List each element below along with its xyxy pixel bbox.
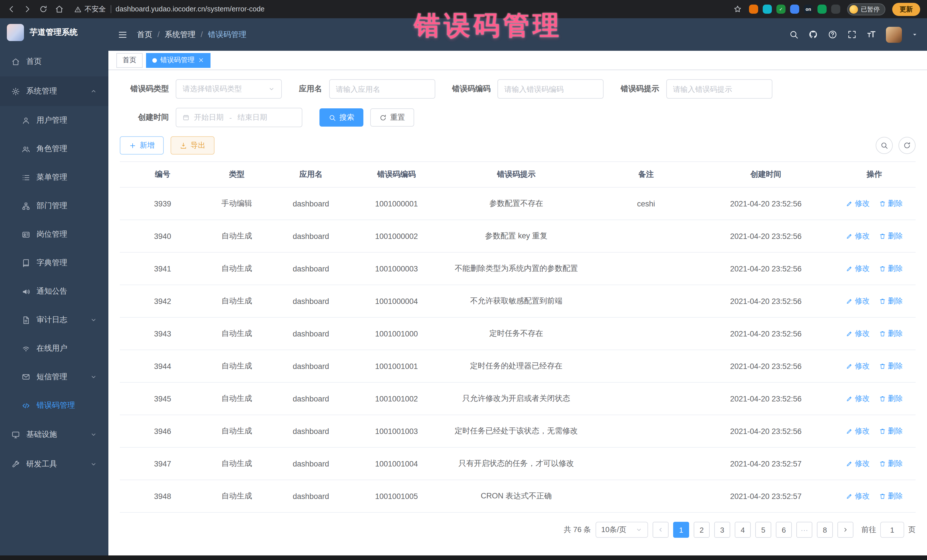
browser-update-button[interactable]: 更新 <box>892 3 920 16</box>
tab-label: 错误码管理 <box>160 55 195 65</box>
page-button-1[interactable]: 1 <box>673 522 689 538</box>
header-search-icon[interactable] <box>789 30 799 39</box>
edit-link-label: 修改 <box>855 491 870 501</box>
delete-link[interactable]: 删除 <box>879 264 903 274</box>
app-name-input[interactable] <box>329 79 435 99</box>
page-button-2[interactable]: 2 <box>694 522 710 538</box>
avatar-caret-icon[interactable] <box>912 31 918 38</box>
browser-forward-icon[interactable] <box>23 5 32 14</box>
extension-grid[interactable] <box>790 5 799 14</box>
extension-pin[interactable] <box>831 5 840 14</box>
user-avatar[interactable] <box>886 27 902 42</box>
breadcrumb-item[interactable]: 系统管理 <box>165 29 196 39</box>
sidebar-item-menu[interactable]: 菜单管理 <box>0 163 108 191</box>
next-page-button[interactable] <box>837 522 853 538</box>
sidebar-item-infrastructure[interactable]: 基础设施 <box>0 420 108 449</box>
page-button-8[interactable]: 8 <box>817 522 833 538</box>
search-icon <box>880 141 888 149</box>
search-button[interactable]: 搜索 <box>319 108 363 127</box>
end-date-placeholder: 结束日期 <box>238 112 267 123</box>
sidebar-item-role[interactable]: 角色管理 <box>0 135 108 163</box>
breadcrumb-item[interactable]: 首页 <box>137 29 152 39</box>
edit-link-label: 修改 <box>855 393 870 404</box>
fullscreen-icon[interactable] <box>847 30 857 39</box>
delete-link[interactable]: 删除 <box>879 458 903 469</box>
edit-link[interactable]: 修改 <box>846 264 870 274</box>
sidebar-item-dept[interactable]: 部门管理 <box>0 191 108 220</box>
delete-link[interactable]: 删除 <box>879 231 903 241</box>
export-button[interactable]: 导出 <box>170 136 214 155</box>
delete-link[interactable]: 删除 <box>879 361 903 371</box>
extension-orange[interactable] <box>749 5 758 14</box>
help-icon[interactable] <box>828 30 837 39</box>
sidebar-item-sms[interactable]: 短信管理 <box>0 363 108 391</box>
address-bar[interactable]: 不安全 dashboard.yudao.iocoder.cn/system/er… <box>74 4 726 14</box>
edit-link[interactable]: 修改 <box>846 199 870 209</box>
error-code-input[interactable] <box>497 79 603 99</box>
sidebar-item-home[interactable]: 首页 <box>0 47 108 76</box>
error-type-select[interactable]: 请选择错误码类型 <box>176 79 282 99</box>
font-size-icon[interactable] <box>866 30 876 39</box>
toggle-search-button[interactable] <box>876 137 893 154</box>
browser-reload-icon[interactable] <box>39 5 48 14</box>
date-range-picker[interactable]: 开始日期 - 结束日期 <box>176 108 302 127</box>
delete-link[interactable]: 删除 <box>879 491 903 501</box>
page-button-3[interactable]: 3 <box>714 522 730 538</box>
sidebar-item-online-user[interactable]: 在线用户 <box>0 334 108 363</box>
cell-code: 1001001003 <box>354 415 439 448</box>
page-button-6[interactable]: 6 <box>776 522 792 538</box>
edit-link-label: 修改 <box>855 231 870 241</box>
sidebar-logo[interactable]: 芋道管理系统 <box>0 18 108 47</box>
sidebar-item-audit-log[interactable]: 审计日志 <box>0 306 108 334</box>
edit-link[interactable]: 修改 <box>846 231 870 241</box>
sidebar-item-label: 研发工具 <box>26 459 57 469</box>
delete-link[interactable]: 删除 <box>879 296 903 306</box>
goto-page-input[interactable] <box>880 522 904 538</box>
page-button-5[interactable]: 5 <box>755 522 771 538</box>
github-icon[interactable] <box>808 30 818 39</box>
refresh-table-button[interactable] <box>898 137 916 154</box>
sidebar-item-dict[interactable]: 字典管理 <box>0 249 108 277</box>
delete-link[interactable]: 删除 <box>879 393 903 404</box>
browser-home-icon[interactable] <box>55 5 64 14</box>
extension-on-badge[interactable]: on <box>804 5 813 14</box>
sidebar-item-post[interactable]: 岗位管理 <box>0 220 108 249</box>
delete-link[interactable]: 删除 <box>879 426 903 436</box>
security-chip[interactable]: 不安全 <box>74 4 106 14</box>
edit-link[interactable]: 修改 <box>846 296 870 306</box>
close-icon[interactable] <box>198 57 204 63</box>
reset-button[interactable]: 重置 <box>370 108 414 127</box>
page-button-4[interactable]: 4 <box>735 522 751 538</box>
hamburger-icon[interactable] <box>117 29 128 39</box>
edit-link[interactable]: 修改 <box>846 491 870 501</box>
delete-link[interactable]: 删除 <box>879 328 903 339</box>
cell-id: 3946 <box>120 415 205 448</box>
edit-link[interactable]: 修改 <box>846 393 870 404</box>
extension-leaf[interactable] <box>818 5 827 14</box>
sidebar-item-user[interactable]: 用户管理 <box>0 106 108 135</box>
edit-link[interactable]: 修改 <box>846 328 870 339</box>
view-tab[interactable]: 错误码管理 <box>146 53 211 68</box>
more-pages-button[interactable]: ··· <box>796 522 812 538</box>
browser-profile-chip[interactable]: 已暂停 <box>847 3 885 15</box>
sidebar-item-system[interactable]: 系统管理 <box>0 76 108 106</box>
extension-green-check[interactable]: ✓ <box>777 5 786 14</box>
sidebar-item-notice[interactable]: 通知公告 <box>0 277 108 306</box>
edit-link[interactable]: 修改 <box>846 426 870 436</box>
page-size-select[interactable]: 10条/页 <box>596 522 648 538</box>
delete-icon <box>879 233 886 240</box>
edit-link[interactable]: 修改 <box>846 458 870 469</box>
edit-link[interactable]: 修改 <box>846 361 870 371</box>
cell-id: 3940 <box>120 220 205 252</box>
bookmark-star-icon[interactable] <box>733 5 742 14</box>
browser-back-icon[interactable] <box>7 5 16 14</box>
delete-link[interactable]: 删除 <box>879 199 903 209</box>
sidebar-item-dev-tools[interactable]: 研发工具 <box>0 449 108 479</box>
add-button[interactable]: 新增 <box>120 136 164 155</box>
view-tab[interactable]: 首页 <box>116 53 143 68</box>
extension-teal[interactable] <box>763 5 772 14</box>
error-hint-input[interactable] <box>666 79 772 99</box>
prev-page-button[interactable] <box>653 522 669 538</box>
sidebar-item-error-code[interactable]: 错误码管理 <box>0 391 108 420</box>
delete-link-label: 删除 <box>888 491 903 501</box>
